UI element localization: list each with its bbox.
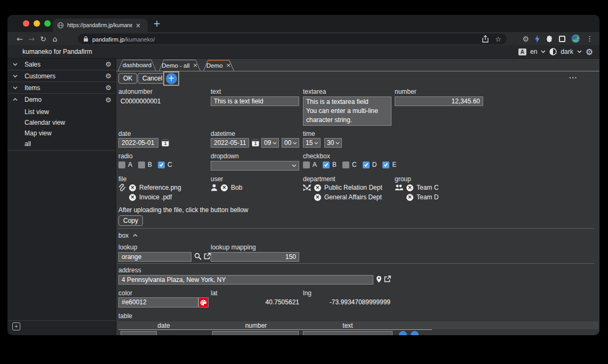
sidebar-item-customers[interactable]: Customers ⚙: [7, 70, 116, 82]
app-title: kumaneko for Pandafirm: [22, 48, 92, 55]
tab-close-icon[interactable]: ×: [135, 22, 141, 29]
chevron-down-icon[interactable]: [13, 75, 18, 78]
lookup-input[interactable]: orange: [118, 252, 191, 262]
time-minute-select[interactable]: 30: [324, 138, 342, 148]
lookup-mapping-input[interactable]: 150: [211, 252, 299, 262]
add-record-button[interactable]: +: [166, 73, 177, 84]
ok-button[interactable]: OK: [118, 73, 137, 84]
sidebar-item-sales[interactable]: Sales ⚙: [7, 59, 116, 70]
palette-icon: [200, 300, 207, 306]
remove-row-button[interactable]: [411, 331, 419, 335]
address-bar[interactable]: pandafirm.jp/kumaneko/ ☆: [78, 34, 507, 44]
sidebar-item-map-view[interactable]: Map view: [25, 130, 52, 137]
text-input[interactable]: This is a text field: [211, 96, 299, 106]
chevron-down-icon[interactable]: [577, 50, 582, 53]
box-section-header[interactable]: box: [118, 232, 138, 239]
tab-demo-all[interactable]: Demo - all×: [159, 60, 201, 71]
external-link-icon[interactable]: [204, 253, 211, 260]
gear-icon[interactable]: ⚙: [105, 96, 111, 104]
checkbox-option-d[interactable]: [363, 161, 370, 168]
extension-gear-icon[interactable]: ⚙: [522, 35, 529, 43]
radio-option-c[interactable]: [158, 161, 165, 168]
remove-icon[interactable]: ×: [129, 194, 136, 201]
browser-tab[interactable]: https://pandafirm.jp/kumaneko ×: [53, 19, 148, 32]
reload-icon[interactable]: ↻: [37, 35, 49, 43]
user-item: × Bob: [211, 183, 242, 192]
checkbox-option-a[interactable]: [303, 161, 310, 168]
calendar-icon[interactable]: 1: [252, 139, 259, 147]
profile-avatar[interactable]: [571, 34, 580, 43]
share-icon[interactable]: [482, 35, 489, 43]
checkbox-option-e[interactable]: [382, 161, 389, 168]
lookup-search-icon[interactable]: [194, 253, 202, 260]
textarea-label: textarea: [303, 88, 326, 95]
department-item: × General Affairs Dept: [314, 193, 382, 201]
group-item: × Team D: [406, 193, 438, 201]
sidebar-item-all[interactable]: all: [25, 140, 31, 148]
tab-demo[interactable]: Demo×: [203, 60, 234, 71]
add-app-icon[interactable]: +: [12, 322, 20, 330]
mac-zoom-button[interactable]: [44, 20, 51, 27]
side-panel-icon[interactable]: [559, 36, 565, 42]
datetime-minute-select[interactable]: 00: [282, 138, 299, 148]
address-input[interactable]: 4 Pennsylvania Plaza, New York, NY: [118, 275, 373, 285]
sidebar-item-demo[interactable]: Demo ⚙: [7, 94, 116, 106]
map-pin-icon[interactable]: [376, 276, 382, 283]
date-input[interactable]: 2022-05-01: [118, 138, 158, 148]
chevron-up-icon[interactable]: [13, 98, 18, 101]
add-row-button[interactable]: [399, 331, 407, 335]
language-selector[interactable]: en: [530, 48, 537, 55]
lightning-extension-icon[interactable]: [535, 35, 540, 43]
external-link-icon[interactable]: [384, 276, 391, 282]
copy-button[interactable]: Copy: [118, 215, 143, 226]
checkbox-option-b[interactable]: [323, 161, 330, 168]
table-row-date-input[interactable]: [121, 331, 157, 335]
chevron-down-icon[interactable]: [541, 50, 546, 53]
mac-minimize-button[interactable]: [34, 20, 40, 27]
browser-menu-icon[interactable]: ⋮: [586, 35, 593, 43]
textarea-input[interactable]: This is a textarea field You can enter a…: [303, 96, 391, 126]
mac-close-button[interactable]: [23, 20, 29, 27]
settings-gear-icon[interactable]: ⚙: [586, 47, 593, 57]
tab-dashboard[interactable]: dashboard: [118, 60, 156, 71]
back-icon[interactable]: ←: [14, 35, 26, 43]
gear-icon[interactable]: ⚙: [105, 60, 111, 68]
remove-icon[interactable]: ×: [221, 184, 228, 191]
department-icon: [303, 184, 311, 191]
new-tab-button[interactable]: +: [150, 17, 163, 30]
table-row-text-input[interactable]: [303, 331, 393, 335]
chevron-down-icon[interactable]: [13, 86, 18, 90]
theme-selector[interactable]: dark: [561, 48, 573, 55]
tab-close-icon[interactable]: ×: [193, 62, 198, 69]
table-row-number-input[interactable]: [212, 331, 299, 335]
color-input[interactable]: #e60012: [118, 297, 198, 308]
calendar-icon[interactable]: 1: [162, 139, 169, 147]
forward-icon[interactable]: →: [26, 35, 37, 43]
remove-icon[interactable]: ×: [129, 184, 136, 191]
radio-option-a[interactable]: [118, 161, 125, 168]
color-picker-button[interactable]: [198, 297, 209, 308]
number-input[interactable]: 12,345.60: [395, 96, 483, 106]
dropdown-select[interactable]: [211, 161, 299, 171]
home-icon[interactable]: ⌂: [49, 35, 61, 43]
gear-icon[interactable]: ⚙: [105, 72, 111, 80]
datetime-hour-select[interactable]: 09: [261, 138, 279, 148]
more-options-button[interactable]: ⋯: [569, 72, 578, 83]
collapse-chevron-up-icon[interactable]: [133, 234, 138, 237]
extensions-puzzle-icon[interactable]: [546, 35, 553, 43]
gear-icon[interactable]: ⚙: [105, 84, 111, 92]
time-hour-select[interactable]: 15: [303, 138, 321, 148]
sidebar-item-list-view[interactable]: List view: [25, 108, 49, 116]
checkbox-option-c[interactable]: [342, 161, 349, 168]
datetime-date-input[interactable]: 2022-05-11: [211, 138, 249, 148]
bookmark-star-icon[interactable]: ☆: [495, 35, 501, 43]
remove-icon[interactable]: ×: [314, 184, 321, 191]
tab-close-icon[interactable]: ×: [226, 62, 231, 69]
radio-option-b[interactable]: [138, 161, 145, 168]
chevron-down-icon[interactable]: [13, 63, 18, 66]
sidebar-item-items[interactable]: Items ⚙: [7, 82, 116, 94]
sidebar-item-calendar-view[interactable]: Calendar view: [25, 119, 65, 126]
remove-icon[interactable]: ×: [406, 194, 413, 201]
remove-icon[interactable]: ×: [314, 194, 321, 201]
remove-icon[interactable]: ×: [406, 184, 413, 191]
